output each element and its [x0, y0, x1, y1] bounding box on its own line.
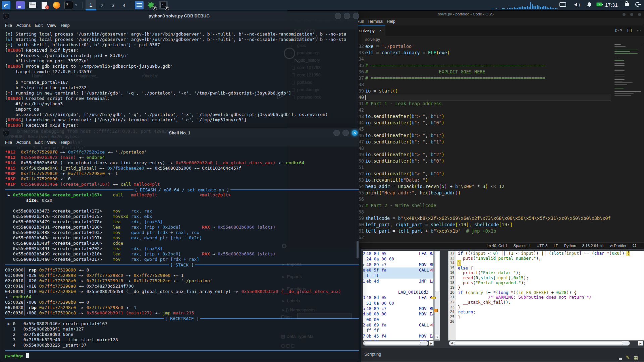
run-python-icon[interactable]: ▷ ˅ [615, 27, 622, 33]
minimize-icon[interactable] [333, 130, 340, 136]
ghidra-taskbar-icon[interactable]: 2 [147, 1, 156, 9]
menu-item-file[interactable]: File [5, 23, 12, 28]
status-item[interactable]: Python [564, 244, 576, 248]
chevron-down-icon[interactable]: ˅ [75, 3, 77, 7]
menu-item-help[interactable]: Help [61, 140, 70, 145]
scrollbar-thumb[interactable] [435, 252, 439, 292]
menu-item-actions[interactable]: Actions [16, 140, 31, 145]
status-item[interactable]: ⊘ Prettier [610, 243, 627, 248]
gdb-terminal-output[interactable]: [x] Starting local process '/usr/bin/gdb… [0, 29, 358, 129]
minimap-line [614, 91, 641, 92]
menu-item-help[interactable]: Help [61, 23, 70, 28]
status-item[interactable]: Ln 40, Col 1 [487, 244, 507, 248]
menu-item-terminal[interactable]: Terminal [366, 18, 385, 25]
text-editor-icon[interactable]: ⃠ [40, 1, 49, 9]
status-item[interactable]: LF [553, 244, 558, 248]
listing-row[interactable]: 348 8d 05LEARAX [363, 295, 433, 300]
workspace-3[interactable]: 3 [108, 0, 118, 10]
listing-vertical-scrollbar[interactable]: ▼ [434, 251, 440, 341]
volume-icon[interactable]: ) [574, 2, 580, 8]
gdb-menubar[interactable]: FileActionsEditViewHelp [0, 21, 358, 29]
listing-row[interactable]: LAB_001016d3 [363, 290, 433, 295]
status-item[interactable]: 3.13.2 64-bit [582, 244, 604, 248]
notifications-icon[interactable]: 🗘 [633, 244, 637, 248]
listing-row[interactable]: 00 00 [363, 317, 433, 322]
scrollbar[interactable] [357, 241, 359, 258]
lock-screen-icon[interactable] [625, 3, 629, 6]
close-icon[interactable] [638, 13, 641, 16]
kali-menu-button[interactable] [2, 1, 10, 9]
notes-app-icon[interactable] [135, 1, 144, 9]
menu-item-view[interactable]: View [47, 140, 56, 145]
maximize-icon[interactable] [342, 130, 349, 136]
listing-row[interactable]: 248 8d 05LEARAX [363, 251, 433, 256]
firefox-icon[interactable] [52, 1, 61, 9]
workspace-1[interactable]: 1 [86, 0, 96, 10]
listing-row[interactable] [363, 284, 433, 289]
listing-row[interactable]: a48 98CDQE [363, 339, 433, 341]
close-icon[interactable] [353, 13, 359, 19]
maximize-icon[interactable] [344, 13, 350, 19]
file-manager-icon[interactable] [28, 1, 37, 9]
menu-item-edit[interactable]: Edit [35, 140, 43, 145]
listing-row[interactable]: c48 89 c7MOVRDI [363, 262, 433, 267]
listing-row[interactable]: 2e8 69 faCALL<EX [363, 322, 433, 328]
listing-row[interactable]: 78b 45 f4MOVEAX [363, 334, 433, 339]
listing-row[interactable]: db8 00 00MOVEAX [363, 311, 433, 317]
vscode-window-controls[interactable] [623, 13, 641, 16]
shell-menubar[interactable]: FileActionsEditViewHelp [0, 138, 359, 146]
ghidra-listing-panel[interactable]: 248 8d 05LEARAX24 0a 00 00c48 89 c7MOVRD… [363, 251, 434, 341]
scroll-down-arrow[interactable]: ▼ [435, 335, 439, 340]
battery-icon[interactable]: ϟ [596, 2, 602, 6]
split-editor-icon[interactable]: ▯▯ [627, 27, 632, 33]
ghidra-decompiler-panel[interactable]: 121314151617181920212223242526 if (((inp… [448, 251, 644, 341]
breadcrumb[interactable]: solve.py [356, 36, 644, 43]
terminal-launcher-icon[interactable]: $_ [64, 1, 73, 9]
close-icon[interactable]: ✕ [352, 130, 358, 136]
edit-pencil-icon[interactable]: ✎ [626, 351, 630, 362]
minimize-icon[interactable] [335, 13, 341, 19]
editor-actions[interactable]: ▷ ˅ ▯▯ ⋯ [615, 27, 641, 33]
minimize-icon[interactable] [623, 13, 626, 16]
notifications-bell-icon[interactable] [586, 2, 592, 8]
menu-item-actions[interactable]: Actions [16, 23, 31, 28]
minimap[interactable] [613, 43, 642, 124]
grid-icon[interactable]: ▦ [634, 351, 638, 362]
clock[interactable]: 17:31 [605, 2, 618, 8]
listing-row[interactable]: ff ff [363, 273, 433, 279]
menu-item-help[interactable]: Help [385, 18, 397, 25]
menu-item-file[interactable]: File [5, 140, 12, 145]
listing-row[interactable]: ff ff [363, 328, 433, 333]
code-editor[interactable]: 32exe = './portaloo'33elf = context.bina… [356, 43, 611, 248]
status-item[interactable]: UTF-8 [537, 244, 548, 248]
pwndbg-output[interactable]: *R12 0x7ffc775299f8 —▸ 0x7ffc7752b2ce ◂—… [0, 146, 359, 362]
terminal-line: 05:0028│-008 0x7ffc775298b8 ◂— 0 [5, 300, 359, 305]
listing-row[interactable]: 1eb 4dJMPLAB [363, 279, 433, 284]
menu-item-edit[interactable]: Edit [35, 23, 43, 28]
terminal-line: ► 0 0x55e0802b346e create_portal+167 [5, 321, 359, 326]
pwndbg-prompt[interactable]: pwndbg> [5, 353, 359, 359]
listing-row[interactable]: a48 89 c7MOVRDI [363, 306, 433, 311]
workspace-4[interactable]: 4 [119, 0, 129, 10]
scroll-right-arrow[interactable]: ▶ [429, 341, 434, 346]
listing-row[interactable]: 24 0a 00 00 [363, 256, 433, 262]
display-icon[interactable] [559, 2, 566, 7]
cpu-graph[interactable] [492, 1, 558, 9]
tab-solve-py[interactable]: solve.py× [356, 25, 385, 36]
more-actions-icon[interactable]: ⋯ [637, 27, 641, 33]
terminal-taskbar-icon[interactable]: ›_ 2 [159, 1, 168, 9]
scroll-right-arrow[interactable]: ▶ [638, 341, 643, 346]
status-item[interactable]: Spaces: 4 [514, 244, 531, 248]
listing-row[interactable]: 51 0a 00 00 [363, 301, 433, 306]
shell-titlebar[interactable]: ›_ Shell No. 1 ✕ [0, 128, 359, 138]
app-window-icon[interactable] [16, 1, 25, 9]
tab-close-icon[interactable]: × [379, 28, 382, 33]
listing-horizontal-scrollbar[interactable] [363, 341, 428, 346]
workspace-2[interactable]: 2 [97, 0, 107, 10]
listing-row[interactable]: ee8 5f faCALL<EX [363, 267, 433, 273]
gdb-titlebar[interactable]: ›_ python3 solve.py GDB DEBUG [0, 11, 358, 21]
menu-item-view[interactable]: View [47, 23, 56, 28]
maximize-icon[interactable] [630, 13, 633, 16]
logout-icon[interactable] [635, 2, 640, 7]
decompiler-horizontal-scrollbar[interactable]: ◀ [449, 341, 630, 346]
